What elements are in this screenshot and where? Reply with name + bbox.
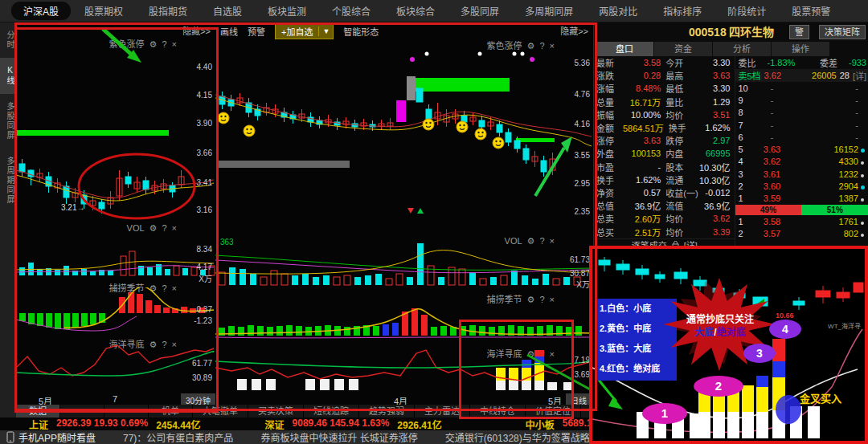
quote-tab[interactable]: 资金 <box>654 42 712 56</box>
index-amount: 2926.41亿 <box>397 418 441 431</box>
phone-icon <box>6 431 14 443</box>
marker-4: 4 <box>769 320 801 339</box>
hide-link[interactable]: 隐藏>> <box>560 24 588 37</box>
function-tab[interactable]: 趋势强弱 <box>359 405 415 418</box>
bottom-function-tabs: 数据机单大笔撤单买卖决策短线追踪趋势强弱主力雷达中线持仓价值定位 <box>16 405 593 418</box>
function-tab[interactable] <box>60 405 104 418</box>
volume-chart <box>16 230 215 278</box>
add-watchlist-button[interactable]: +加自选▼ <box>275 23 334 39</box>
sell-level-row[interactable]: 6- - <box>735 131 868 143</box>
detail-link[interactable]: [详] <box>853 69 866 82</box>
stats-row: 最新3.58 今开3.30 <box>594 56 735 69</box>
ticker-item[interactable]: 77)：公司有蛋白素肉产品 <box>123 430 233 444</box>
stats-row: 总值36.9亿 流值36.9亿 <box>594 199 735 212</box>
quote-panel: 000518 四环生物 警 决策矩阵 盘口资金分析操作 最新3.58 今开3.3… <box>593 22 868 249</box>
function-tab[interactable] <box>104 405 149 418</box>
index-amount: 2454.44亿 <box>156 418 200 431</box>
menu-item[interactable]: 板块监测 <box>256 2 318 20</box>
function-tab[interactable]: 短线追踪 <box>304 405 359 418</box>
side-tab[interactable]: K线 <box>0 58 16 94</box>
menu-item[interactable]: 股票期权 <box>72 2 135 20</box>
mobile-app-label: 手机APP随时看盘 <box>6 430 96 444</box>
decision-matrix-button[interactable]: 决策矩阵 <box>819 25 866 39</box>
function-tab[interactable]: 数据 <box>16 405 60 418</box>
left-sidebar: 分时K线多股同屏多周期同屏 <box>0 22 16 444</box>
quote-tabs: 盘口资金分析操作 <box>594 42 868 56</box>
index-group[interactable]: 深证 9089.46 145.94 1.63% 2926.41亿 <box>265 418 442 431</box>
menu-item[interactable]: 股指期货 <box>137 2 199 20</box>
stats-row: 涨跌0.28 最高3.63 <box>594 69 735 82</box>
menu-item[interactable]: 自选股 <box>201 2 254 20</box>
sell-ratio: 49% <box>735 205 800 215</box>
sell-level-row[interactable]: 9- - <box>735 94 868 106</box>
sell-level-row[interactable]: 13.59 1387 <box>735 193 868 205</box>
function-tab[interactable]: 大笔撤单 <box>193 405 248 418</box>
side-tab[interactable]: 多股同屏 <box>0 94 16 149</box>
menu-item[interactable]: 多周期同屏 <box>513 2 585 20</box>
sell-level-row[interactable]: 53.63 16152 <box>735 143 868 155</box>
buy-sell-ratio-bar: 49% 51% <box>735 205 868 215</box>
function-tab[interactable]: 价值定位 <box>526 405 581 418</box>
quote-tab[interactable]: 分析 <box>713 42 771 56</box>
index-name: 上证 <box>29 418 48 431</box>
marker-1: 1 <box>642 403 687 424</box>
stock-code: 000518 <box>689 26 727 39</box>
ocean-chart <box>16 340 215 387</box>
stats-row: 振幅10.00% 均价3.51 <box>594 108 735 121</box>
quote-tab[interactable]: 操作 <box>772 42 829 56</box>
buy-level-row[interactable]: 13.58 1761 <box>735 215 868 227</box>
function-tab[interactable]: 机单 <box>149 405 193 418</box>
side-tab[interactable]: 多周期同屏 <box>0 149 16 213</box>
sell-level-row[interactable]: 23.60 2904 <box>735 180 868 192</box>
index-values: 2926.39 19.93 0.69% <box>56 418 148 431</box>
menu-item[interactable]: 阶段统计 <box>715 2 778 20</box>
top-menu-bar: 沪深A股股票期权股指期货自选股板块监测个股综合板块综合多股同屏多周期同屏两股对比… <box>0 0 868 22</box>
price-label: 10.66 <box>776 312 794 320</box>
smart-pattern-button[interactable]: 智能形态 <box>343 25 379 38</box>
chart-toolbar: 画线 预警 +加自选▼ 智能形态 <box>220 23 379 39</box>
function-tab[interactable]: 买卖决策 <box>248 405 304 418</box>
menu-item[interactable]: 沪深A股 <box>11 2 71 20</box>
sell-level-row[interactable]: 43.62 4330 <box>735 156 868 168</box>
menu-item[interactable]: 多股同屏 <box>448 2 511 20</box>
close-icon[interactable]: × <box>172 39 177 49</box>
ticker-item[interactable]: 券商板块盘中快速拉升 长城证券涨停 <box>260 430 417 444</box>
side-tab[interactable]: 分时 <box>0 22 16 58</box>
draw-line-button[interactable]: 画线 <box>220 25 238 38</box>
menu-item[interactable]: 板块综合 <box>384 2 447 20</box>
bulao-chart <box>16 287 215 332</box>
marker-2: 2 <box>694 376 743 397</box>
stock-name: 四环生物 <box>729 26 774 39</box>
menu-item[interactable]: 两股对比 <box>587 2 649 20</box>
callout-line2: 大底/绝对底 <box>663 324 777 338</box>
alert-button[interactable]: 预警 <box>248 25 265 38</box>
kline-chart <box>215 50 593 233</box>
alert-button[interactable]: 警 <box>789 25 809 39</box>
index-group[interactable]: 上证 2926.39 19.93 0.69% 2454.44亿 <box>29 418 201 431</box>
buy-level-row[interactable]: 23.57 802 <box>735 227 868 239</box>
main-chart-panel: 画线 预警 +加自选▼ 智能形态 隐藏>> 紫色涨停⚙?× <box>215 22 593 405</box>
sell-level-row[interactable]: 10- - <box>735 82 868 94</box>
callout-line1: 通常抄底只关注 <box>663 312 777 325</box>
function-tab[interactable]: 中线持仓 <box>470 405 526 418</box>
sell-level-row[interactable]: 8- - <box>735 107 868 119</box>
stats-row: 涨幅8.48% 最低3.30 <box>594 82 735 95</box>
stats-row: 市盈- 股本10.30亿 <box>594 161 735 173</box>
trading-app-window: 沪深A股股票期权股指期货自选股板块监测个股综合板块综合多股同屏多周期同屏两股对比… <box>0 0 868 444</box>
golden-cross-marker <box>776 395 801 424</box>
ocean-chart <box>215 344 593 393</box>
stats-row: 总买2.51万 均价3.39 <box>594 225 735 238</box>
menu-item[interactable]: 股票预警 <box>780 2 842 20</box>
zoomed-annotation-panel: 1.白色：小底2.黄色：中底3.蓝色：大底4.红色：绝对底 通常抄底只关注 大底… <box>589 246 868 444</box>
help-icon[interactable]: ? <box>162 39 166 49</box>
marker-3: 3 <box>743 344 776 363</box>
menu-item[interactable]: 个股综合 <box>320 2 383 20</box>
function-tab[interactable]: 主力雷达 <box>415 405 470 418</box>
hide-link[interactable]: 隐藏>> <box>182 24 211 37</box>
chevron-down-icon[interactable]: ▼ <box>318 26 333 36</box>
quote-tab[interactable]: 盘口 <box>596 42 653 56</box>
sell-level-row[interactable]: 7- - <box>735 119 868 131</box>
sell-level-row[interactable]: 33.61 1232 <box>735 168 868 180</box>
sell5-row[interactable]: 卖5档 3.62 26005 28 [详] <box>735 69 868 82</box>
menu-item[interactable]: 指标排序 <box>651 2 714 20</box>
